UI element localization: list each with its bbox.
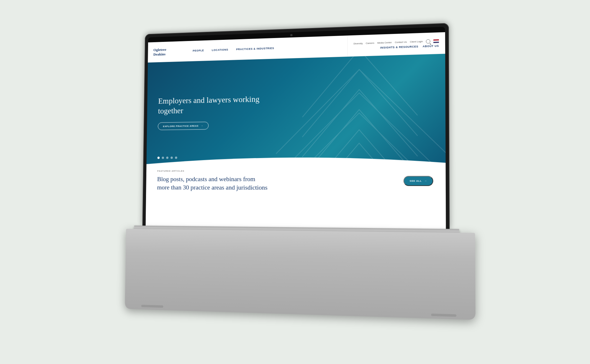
explore-arrow: → [201, 124, 203, 127]
logo-area[interactable]: Ogletree Deakins [153, 41, 183, 62]
wave-divider [146, 151, 445, 164]
laptop-foot-left [141, 305, 163, 308]
hero-section: Employers and lawyers working together E… [146, 54, 445, 164]
nav-people[interactable]: PEOPLE [189, 40, 208, 61]
explore-button[interactable]: EXPLORE PRACTICE AREAS → [158, 122, 209, 130]
flag-icon[interactable] [433, 39, 439, 43]
laptop-screen-wrapper: Ogletree Deakins PEOPLE LOCATIONS PRACTI… [142, 23, 450, 229]
featured-section: FEATURED ARTICLES Blog posts, podcasts a… [146, 163, 446, 198]
featured-title-text: Blog posts, podcasts and webinars from [157, 175, 255, 183]
hero-content: Employers and lawyers working together E… [158, 94, 264, 130]
laptop-base [125, 229, 476, 320]
nav-client-login[interactable]: Client Login [410, 40, 423, 43]
laptop: Ogletree Deakins PEOPLE LOCATIONS PRACTI… [124, 22, 479, 345]
logo-line1: Ogletree [153, 47, 166, 52]
featured-label: FEATURED ARTICLES [157, 169, 433, 173]
website: Ogletree Deakins PEOPLE LOCATIONS PRACTI… [146, 32, 446, 229]
nav-contact[interactable]: Contact Us [395, 41, 407, 44]
featured-title: Blog posts, podcasts and webinars from m… [157, 175, 268, 192]
nav-media[interactable]: Media Center [377, 41, 392, 44]
nav-main: PEOPLE LOCATIONS PRACTICES & INDUSTRIES [189, 35, 348, 61]
laptop-screen-bezel: Ogletree Deakins PEOPLE LOCATIONS PRACTI… [146, 27, 446, 229]
see-all-button[interactable]: SEE ALL → [404, 176, 433, 186]
scene: Ogletree Deakins PEOPLE LOCATIONS PRACTI… [88, 20, 502, 344]
see-all-arrow: → [424, 180, 427, 182]
nav-insights[interactable]: INSIGHTS & RESOURCES [380, 45, 418, 49]
laptop-foot-right [431, 314, 456, 317]
chevron-pattern [276, 54, 446, 163]
featured-title-text2: more than 30 practice areas and jurisdic… [157, 183, 268, 191]
see-all-label: SEE ALL [410, 180, 422, 182]
nav-locations[interactable]: LOCATIONS [208, 40, 232, 60]
nav-careers[interactable]: Careers [366, 42, 374, 45]
featured-row: Blog posts, podcasts and webinars from m… [157, 175, 433, 192]
logo: Ogletree Deakins [153, 47, 166, 57]
camera-dot [290, 34, 293, 36]
hero-title: Employers and lawyers working together [158, 94, 264, 116]
nav-secondary: Diversity Careers Media Center Contact U… [347, 32, 439, 56]
logo-line2: Deakins [153, 52, 165, 57]
explore-label: EXPLORE PRACTICE AREAS [163, 124, 199, 127]
nav-about[interactable]: ABOUT US [423, 44, 439, 48]
search-icon[interactable] [426, 39, 430, 44]
nav-diversity[interactable]: Diversity [353, 42, 363, 45]
nav-practices[interactable]: PRACTICES & INDUSTRIES [232, 38, 278, 60]
